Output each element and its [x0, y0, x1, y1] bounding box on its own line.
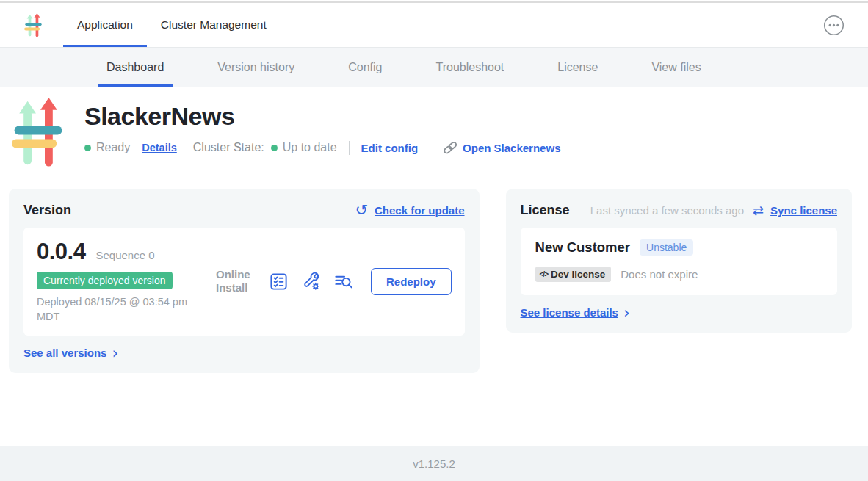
overflow-menu-button[interactable] [823, 3, 845, 47]
cluster-state-dot [271, 145, 278, 151]
app-logo-small [24, 3, 43, 47]
app-status-label: Ready [96, 141, 130, 154]
refresh-icon: ↺ [355, 203, 368, 218]
app-status-dot [84, 145, 91, 151]
customer-name: New Customer [535, 239, 631, 256]
tab-view-files[interactable]: View files [643, 48, 709, 87]
license-card: License Last synced a few seconds ago ⇄ … [506, 189, 852, 333]
open-app-link-wrap[interactable]: Open Slackernews [442, 140, 560, 155]
license-type-badge: </> Dev license [535, 267, 612, 282]
license-card-title: License [521, 203, 570, 218]
slackernews-logo-icon [24, 13, 43, 37]
tab-config-label: Config [348, 61, 382, 74]
view-logs-icon[interactable] [333, 272, 354, 292]
open-app-link: Open Slackernews [463, 142, 560, 154]
sync-license-link: Sync license [770, 204, 837, 217]
tab-version-history[interactable]: Version history [209, 48, 303, 87]
tab-version-history-label: Version history [217, 61, 294, 74]
top-nav-tabs: Application Cluster Management [63, 3, 281, 47]
details-link[interactable]: Details [142, 142, 177, 153]
preflight-checks-icon[interactable] [269, 272, 289, 292]
license-expiry: Does not expire [621, 268, 698, 281]
channel-badge: Unstable [640, 239, 693, 256]
tab-view-files-label: View files [651, 61, 701, 74]
tab-cluster-management-label: Cluster Management [161, 18, 267, 32]
tab-dashboard[interactable]: Dashboard [98, 48, 173, 87]
license-details-panel: New Customer Unstable </> Dev license Do… [521, 228, 837, 295]
check-for-update[interactable]: ↺ Check for update [355, 203, 464, 218]
tab-license-label: License [557, 61, 598, 74]
edit-config-link[interactable]: Edit config [361, 142, 419, 154]
last-synced-label: Last synced a few seconds ago [590, 204, 744, 217]
tab-troubleshoot[interactable]: Troubleshoot [427, 48, 513, 87]
top-navbar: Application Cluster Management [0, 3, 868, 47]
console-version-label: v1.125.2 [413, 458, 455, 470]
version-card: Version ↺ Check for update 0.0.4 Sequenc… [9, 189, 480, 373]
top-nav-spacer [281, 3, 823, 47]
code-icon: </> [540, 270, 548, 278]
check-for-update-link: Check for update [375, 204, 465, 217]
deployed-timestamp: Deployed 08/15/25 @ 03:54 pm MDT [37, 295, 207, 324]
chevron-right-icon: › [112, 347, 118, 360]
config-wrench-icon[interactable] [301, 272, 321, 292]
ellipsis-icon [823, 15, 845, 36]
chevron-right-icon: › [623, 306, 630, 319]
deployed-badge: Currently deployed version [37, 272, 173, 289]
console-footer: v1.125.2 [0, 446, 868, 481]
app-header: SlackerNews Ready Details Cluster State:… [0, 87, 868, 168]
see-all-versions[interactable]: See all versions › [23, 347, 465, 360]
divider [349, 141, 350, 155]
current-version-panel: 0.0.4 Sequence 0 Currently deployed vers… [23, 228, 465, 336]
version-number: 0.0.4 [37, 239, 85, 265]
app-sub-navbar: Dashboard Version history Config Trouble… [0, 47, 868, 87]
sync-license[interactable]: ⇄ Sync license [753, 204, 837, 217]
see-license-details-link: See license details [521, 306, 618, 319]
sequence-label: Sequence 0 [95, 249, 154, 261]
tab-cluster-management[interactable]: Cluster Management [147, 3, 281, 47]
redeploy-button[interactable]: Redeploy [371, 268, 452, 295]
divider [430, 141, 430, 155]
chain-link-icon [442, 140, 458, 155]
see-license-details[interactable]: See license details › [521, 306, 837, 319]
page-title: SlackerNews [84, 102, 560, 131]
tab-application-label: Application [77, 18, 133, 32]
see-all-versions-link: See all versions [23, 347, 106, 359]
tab-config[interactable]: Config [339, 48, 391, 87]
slackernews-logo-large [12, 98, 65, 168]
dashboard-main: SlackerNews Ready Details Cluster State:… [0, 87, 868, 446]
version-card-title: Version [23, 203, 71, 218]
license-type-label: Dev license [551, 269, 605, 280]
install-type-label: Online Install [216, 268, 256, 294]
sync-icon: ⇄ [753, 204, 764, 217]
tab-application[interactable]: Application [63, 3, 147, 47]
app-status-row: Ready Details Cluster State: Up to date … [84, 140, 560, 155]
dashboard-cards: Version ↺ Check for update 0.0.4 Sequenc… [9, 189, 852, 373]
cluster-state-value: Up to date [283, 141, 337, 154]
tab-troubleshoot-label: Troubleshoot [435, 61, 504, 74]
tab-license[interactable]: License [549, 48, 607, 87]
cluster-state-label: Cluster State: [193, 141, 264, 154]
tab-dashboard-label: Dashboard [106, 61, 164, 74]
